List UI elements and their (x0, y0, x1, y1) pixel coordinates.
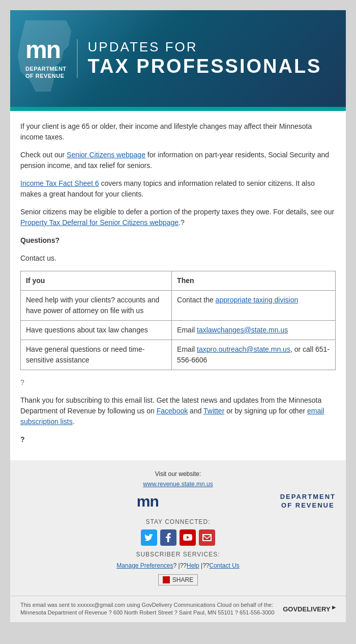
facebook-icon (160, 529, 176, 546)
social-icons-row (20, 529, 336, 546)
gray-footer: Visit our website: www.revenue.state.mn.… (10, 460, 346, 596)
help-link[interactable]: Help (187, 562, 199, 569)
question-mark-2: ? (20, 434, 336, 445)
senior-citizens-paragraph: Check out our Senior Citizens webpage fo… (20, 150, 336, 171)
table-then-link-0[interactable]: appropriate taxing division (216, 296, 299, 304)
dept-logo-text: DEPARTMENT OF REVENUE (25, 65, 67, 80)
para4-suffix: .? (179, 218, 185, 227)
question-mark-2-bold: ? (20, 435, 25, 443)
bottom-bar: This email was sent to xxxxxx@gmail.com … (10, 596, 346, 622)
teal-accent-bar (10, 107, 346, 111)
contact-table: If you Then Need help with your clients?… (20, 271, 336, 370)
table-row-if-2: Have general questions or need time-sens… (21, 340, 172, 370)
fact-sheet-link[interactable]: Income Tax Fact Sheet 6 (20, 179, 99, 187)
email-header: mn DEPARTMENT OF REVENUE UPDATES FOR TAX… (10, 10, 346, 107)
questions-heading: Questions? (20, 235, 336, 246)
visit-label: Visit our website: (20, 470, 336, 478)
table-then-link-1[interactable]: taxlawchanges@state.mn.us (197, 326, 288, 334)
intro-paragraph: If your client is age 65 or older, their… (20, 121, 336, 143)
share-button-wrapper[interactable]: SHARE (158, 574, 198, 585)
table-row-if-0: Need help with your clients? accounts an… (21, 291, 172, 321)
subscriber-links: Manage Preferences? |??Help |??Contact U… (20, 562, 336, 569)
footer-mn-icon: mn (137, 493, 159, 510)
header-title-bottom: TAX PROFESSIONALS (88, 55, 322, 78)
footer-dept-line2: OF REVENUE (280, 501, 336, 510)
para2-prefix: Check out our (20, 151, 67, 159)
bottom-bar-text: This email was sent to xxxxxx@gmail.com … (20, 601, 275, 617)
property-tax-link[interactable]: Property Tax Deferral for Senior Citizen… (20, 218, 179, 227)
share-label: SHARE (172, 576, 193, 583)
twitter-link[interactable]: Twitter (203, 407, 224, 415)
govdelivery-brand: GOVDELIVERY ▶ (283, 605, 336, 613)
contact-us-text: Contact us. (20, 253, 336, 264)
header-title: UPDATES FOR TAX PROFESSIONALS (77, 39, 322, 78)
table-col1-header: If you (21, 271, 172, 291)
thank-you-end: . (73, 417, 75, 426)
manage-preferences-link[interactable]: Manage Preferences (116, 562, 173, 569)
sep2: |?? (199, 562, 210, 569)
thank-you-paragraph: Thank you for subscribing to this email … (20, 395, 336, 427)
twitter-social-link[interactable] (141, 529, 157, 546)
table-then-link-2[interactable]: taxpro.outreach@state.mn.us (197, 345, 290, 353)
facebook-link[interactable]: Facebook (157, 407, 188, 415)
dept-logo-footer: mn DEPARTMENT OF REVENUE (20, 488, 336, 515)
website-url-link[interactable]: www.revenue.state.mn.us (143, 481, 213, 488)
questions-bold: Questions? (20, 236, 60, 244)
thank-you-suffix: or by signing up for other (224, 407, 307, 415)
header-title-top: UPDATES FOR (88, 39, 322, 55)
para4-prefix: Senior citizens may be eligible to defer… (20, 208, 334, 216)
share-icon (163, 576, 170, 583)
facebook-social-link[interactable] (160, 529, 176, 546)
mn-m-icon: mn (25, 38, 67, 62)
footer-dept-line1: DEPARTMENT (280, 493, 336, 501)
youtube-social-link[interactable] (180, 529, 196, 546)
twitter-icon (141, 529, 157, 546)
table-row-then-1: Email taxlawchanges@state.mn.us (172, 321, 336, 340)
mn-logo: mn DEPARTMENT OF REVENUE (25, 38, 67, 80)
property-tax-paragraph: Senior citizens may be eligible to defer… (20, 207, 336, 228)
senior-citizens-link[interactable]: Senior Citizens webpage (67, 151, 145, 159)
email-social-link[interactable] (199, 529, 215, 546)
table-row-if-1: Have questions about tax law changes (21, 321, 172, 340)
table-row-then-0: Contact the appropriate taxing division (172, 291, 336, 321)
sep1: ? |?? (173, 562, 187, 569)
question-mark-1: ? (20, 377, 336, 388)
stay-connected-label: STAY CONNECTED: (20, 518, 336, 525)
and-text: and (188, 407, 203, 415)
table-col2-header: Then (172, 271, 336, 291)
table-row-then-2: Email taxpro.outreach@state.mn.us, or ca… (172, 340, 336, 370)
fact-sheet-paragraph: Income Tax Fact Sheet 6 covers many topi… (20, 178, 336, 200)
footer-dept-name: DEPARTMENT OF REVENUE (280, 493, 336, 510)
youtube-icon (180, 529, 196, 546)
email-icon (199, 529, 215, 546)
subscriber-services-label: SUBSCRIBER SERVICES: (20, 551, 336, 558)
main-content: If your client is age 65 or older, their… (10, 111, 346, 460)
website-url: www.revenue.state.mn.us (20, 481, 336, 488)
contact-us-footer-link[interactable]: Contact Us (210, 562, 240, 569)
